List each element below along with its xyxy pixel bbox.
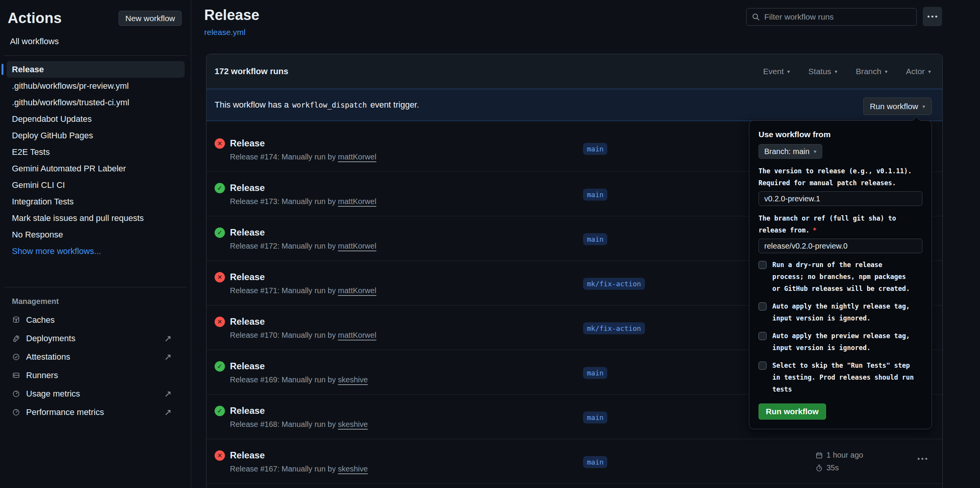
banner-text-prefix: This workflow has a bbox=[215, 100, 289, 110]
sidebar-item-all-workflows[interactable]: All workflows bbox=[10, 37, 59, 46]
management-item[interactable]: Usage metrics ↗ bbox=[6, 385, 185, 403]
management-item[interactable]: Runners bbox=[6, 366, 185, 385]
actor-link[interactable]: mattKorwel bbox=[338, 242, 376, 250]
filter-dropdown[interactable]: Branch ▾ bbox=[856, 67, 887, 76]
run-title-link[interactable]: Release bbox=[230, 361, 265, 372]
page-title: Release bbox=[204, 7, 259, 23]
management-item[interactable]: Performance metrics ↗ bbox=[6, 403, 185, 422]
checkbox[interactable] bbox=[759, 302, 767, 310]
sidebar-workflow-item[interactable]: .github/workflows/trusted-ci.yml bbox=[7, 94, 185, 111]
filter-workflow-runs-input[interactable] bbox=[764, 12, 911, 22]
chevron-down-icon: ▾ bbox=[885, 68, 887, 75]
workflow-dispatch-banner: This workflow has a workflow_dispatch ev… bbox=[207, 89, 942, 121]
run-title-link[interactable]: Release bbox=[230, 183, 265, 193]
panel-field-input[interactable] bbox=[759, 191, 922, 206]
verified-badge-icon bbox=[12, 353, 20, 361]
run-time-info: 1 hour ago 35s bbox=[815, 451, 863, 472]
sidebar-workflow-item[interactable]: Release bbox=[7, 61, 185, 78]
branch-chip[interactable]: main bbox=[583, 189, 607, 201]
workflow-item-label: Release bbox=[12, 65, 44, 75]
run-status-icon bbox=[215, 361, 225, 372]
actor-link[interactable]: mattKorwel bbox=[338, 286, 376, 295]
sidebar-workflow-item[interactable]: No Response bbox=[7, 226, 185, 243]
checkbox[interactable] bbox=[759, 261, 767, 269]
filter-dropdown[interactable]: Status ▾ bbox=[808, 67, 838, 76]
management-item[interactable]: Deployments ↗ bbox=[6, 329, 185, 348]
actor-link[interactable]: mattKorwel bbox=[338, 197, 376, 206]
run-title-link[interactable]: Release bbox=[230, 450, 265, 461]
chevron-down-icon: ▾ bbox=[922, 103, 925, 110]
actor-link[interactable]: skeshive bbox=[338, 375, 368, 384]
actor-link[interactable]: mattKorwel bbox=[338, 331, 376, 339]
run-title-link[interactable]: Release bbox=[230, 138, 265, 149]
management-item[interactable]: Attestations ↗ bbox=[6, 348, 185, 366]
branch-chip[interactable]: main bbox=[583, 143, 607, 155]
management-divider bbox=[4, 287, 187, 287]
checkbox-label: Auto apply the preview release tag, inpu… bbox=[772, 330, 910, 354]
filter-dropdown[interactable]: Event ▾ bbox=[763, 67, 790, 76]
sidebar-workflow-item[interactable]: Integration Tests bbox=[7, 193, 185, 210]
run-status-icon bbox=[215, 317, 225, 327]
branch-chip[interactable]: main bbox=[583, 456, 607, 468]
workflow-item-label: Deploy GitHub Pages bbox=[12, 131, 93, 141]
checkbox[interactable] bbox=[759, 362, 767, 370]
workflow-file-link[interactable]: release.yml bbox=[204, 28, 245, 37]
branch-chip[interactable]: main bbox=[583, 412, 607, 423]
panel-run-workflow-button[interactable]: Run workflow bbox=[759, 403, 826, 420]
checkbox-label: Select to skip the "Run Tests" step in t… bbox=[772, 360, 914, 395]
run-kebab-menu[interactable] bbox=[917, 458, 927, 460]
calendar-icon bbox=[815, 451, 823, 459]
show-more-workflows-link[interactable]: Show more workflows... bbox=[7, 243, 185, 259]
meter-icon bbox=[12, 390, 20, 398]
new-workflow-button[interactable]: New workflow bbox=[119, 11, 182, 26]
run-title-link[interactable]: Release bbox=[230, 227, 265, 238]
run-status-icon bbox=[215, 450, 225, 461]
management-item-label: Usage metrics bbox=[26, 389, 80, 399]
filter-dropdown[interactable]: Actor ▾ bbox=[906, 67, 931, 76]
sidebar-workflow-item[interactable]: Gemini Automated PR Labeler bbox=[7, 160, 185, 177]
branch-chip[interactable]: main bbox=[583, 233, 607, 245]
panel-fields: The version to release (e.g., v0.1.11). … bbox=[759, 165, 922, 253]
run-title-link[interactable]: Release bbox=[230, 272, 265, 282]
run-status-icon bbox=[215, 227, 225, 238]
panel-field-input[interactable] bbox=[759, 239, 922, 253]
filter-label: Event bbox=[763, 67, 784, 76]
external-link-icon: ↗ bbox=[164, 352, 172, 362]
branch-selector-button[interactable]: Branch: main▾ bbox=[759, 144, 822, 159]
panel-checkbox-row: Select to skip the "Run Tests" step in t… bbox=[759, 360, 922, 395]
actor-link[interactable]: mattKorwel bbox=[338, 153, 376, 161]
runs-count: 172 workflow runs bbox=[215, 66, 288, 76]
run-status-icon bbox=[215, 406, 225, 416]
run-title-link[interactable]: Release bbox=[230, 316, 265, 327]
branch-chip[interactable]: mk/fix-action bbox=[583, 278, 645, 290]
sidebar-workflow-item[interactable]: Deploy GitHub Pages bbox=[7, 127, 185, 144]
run-title-link[interactable]: Release bbox=[230, 405, 265, 416]
panel-field-label: The version to release (e.g., v0.1.11). … bbox=[759, 165, 922, 189]
actor-link[interactable]: skeshive bbox=[338, 420, 368, 428]
branch-chip[interactable]: mk/fix-action bbox=[583, 322, 645, 334]
workflow-run-row[interactable]: Release Release #167: Manually run by sk… bbox=[207, 439, 942, 484]
page-kebab-menu-button[interactable] bbox=[923, 7, 942, 26]
filter-label: Actor bbox=[906, 67, 925, 76]
sidebar-workflow-item[interactable]: Mark stale issues and pull requests bbox=[7, 210, 185, 226]
actor-link[interactable]: skeshive bbox=[338, 465, 368, 473]
checkbox[interactable] bbox=[759, 332, 767, 340]
management-item-label: Deployments bbox=[26, 334, 75, 344]
panel-checkbox-row: Run a dry-run of the release process; no… bbox=[759, 259, 922, 295]
workflow-item-label: Gemini Automated PR Labeler bbox=[12, 164, 126, 174]
management-item[interactable]: Caches bbox=[6, 311, 185, 329]
chevron-down-icon: ▾ bbox=[787, 68, 790, 75]
sidebar-workflow-item[interactable]: Gemini CLI CI bbox=[7, 177, 185, 193]
cache-icon bbox=[12, 316, 20, 324]
run-workflow-panel: Use workflow from Branch: main▾ The vers… bbox=[749, 120, 932, 429]
sidebar-workflow-item[interactable]: Dependabot Updates bbox=[7, 111, 185, 127]
branch-chip[interactable]: main bbox=[583, 367, 607, 379]
sidebar-divider bbox=[4, 55, 187, 56]
sidebar-workflow-item[interactable]: .github/workflows/pr-review.yml bbox=[7, 78, 185, 94]
workflow-item-label: E2E Tests bbox=[12, 147, 50, 157]
sidebar-workflow-item[interactable]: E2E Tests bbox=[7, 144, 185, 160]
chevron-down-icon: ▾ bbox=[814, 148, 816, 154]
chevron-down-icon: ▾ bbox=[835, 68, 837, 75]
search-icon bbox=[752, 13, 760, 21]
run-workflow-dropdown-button[interactable]: Run workflow▾ bbox=[863, 98, 932, 115]
